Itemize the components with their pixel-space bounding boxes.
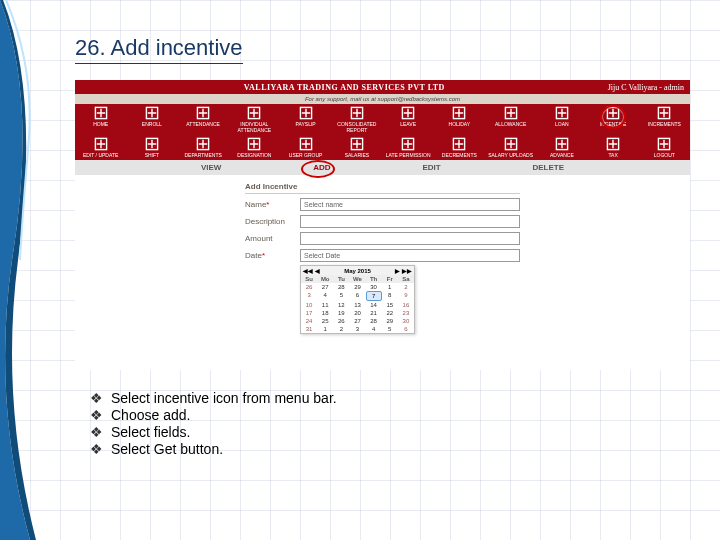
nav-salaries[interactable]: SALARIES — [331, 135, 382, 160]
calendar-day[interactable]: 21 — [366, 309, 382, 317]
calendar-day[interactable]: 10 — [301, 301, 317, 309]
amount-input[interactable] — [300, 232, 520, 245]
calendar-day[interactable]: 7 — [366, 291, 382, 301]
edit-action[interactable]: EDIT — [414, 163, 448, 172]
name-label: Name* — [245, 200, 300, 209]
calendar-day[interactable]: 6 — [349, 291, 365, 301]
nav-label: USER GROUP — [280, 152, 331, 158]
calendar-day[interactable]: 2 — [333, 325, 349, 333]
nav-logout[interactable]: LOGOUT — [639, 135, 690, 160]
calendar-day[interactable]: 1 — [382, 283, 398, 291]
date-picker[interactable]: ◀◀ ◀ May 2015 ▶ ▶▶ SuMoTuWeThFrSa2627282… — [300, 265, 415, 334]
nav-consolidated-report[interactable]: CONSOLIDATED REPORT — [331, 104, 382, 135]
nav-salary-uploads[interactable]: SALARY UPLOADS — [485, 135, 536, 160]
decorative-swoosh — [0, 0, 40, 540]
nav-label: ATTENDANCE — [178, 121, 229, 127]
calendar-day[interactable]: 25 — [317, 317, 333, 325]
nav-designation[interactable]: DESIGNATION — [229, 135, 280, 160]
calendar-day[interactable]: 26 — [301, 283, 317, 291]
cal-prev-icon[interactable]: ◀ — [315, 267, 320, 274]
header-tagline: For any support, mail us at support@redb… — [75, 94, 690, 104]
nav-advance[interactable]: ADVANCE — [536, 135, 587, 160]
nav-decrements[interactable]: DECREMENTS — [434, 135, 485, 160]
calendar-day[interactable]: 12 — [333, 301, 349, 309]
calendar-day[interactable]: 14 — [366, 301, 382, 309]
nav-late-permission[interactable]: LATE PERMISSION — [383, 135, 434, 160]
cal-prev2-icon[interactable]: ◀◀ — [303, 267, 313, 274]
calendar-day[interactable]: 22 — [382, 309, 398, 317]
shift-icon — [126, 137, 177, 151]
calendar-day[interactable]: 18 — [317, 309, 333, 317]
nav-user-group[interactable]: USER GROUP — [280, 135, 331, 160]
calendar-day[interactable]: 31 — [301, 325, 317, 333]
calendar-day[interactable]: 6 — [398, 325, 414, 333]
nav-loan[interactable]: LOAN — [536, 104, 587, 135]
bullet-icon: ❖ — [90, 407, 103, 423]
instruction-text: Select Get button. — [111, 441, 223, 457]
instruction-text: Select fields. — [111, 424, 190, 440]
calendar-day[interactable]: 28 — [333, 283, 349, 291]
calendar-day[interactable]: 4 — [317, 291, 333, 301]
calendar-day[interactable]: 5 — [382, 325, 398, 333]
nav-label: CONSOLIDATED REPORT — [331, 121, 382, 133]
nav-attendance[interactable]: ATTENDANCE — [178, 104, 229, 135]
nav-increments[interactable]: INCREMENTS — [639, 104, 690, 135]
calendar-day[interactable]: 27 — [317, 283, 333, 291]
nav-payslip[interactable]: PAYSLIP — [280, 104, 331, 135]
nav-leave[interactable]: LEAVE — [383, 104, 434, 135]
calendar-day[interactable]: 15 — [382, 301, 398, 309]
nav-individual-attendance[interactable]: INDIVIDUAL ATTENDANCE — [229, 104, 280, 135]
delete-action[interactable]: DELETE — [524, 163, 572, 172]
nav-edit-update[interactable]: EDIT / UPDATE — [75, 135, 126, 160]
view-action[interactable]: VIEW — [193, 163, 229, 172]
instruction-text: Choose add. — [111, 407, 190, 423]
nav-label: SALARY UPLOADS — [485, 152, 536, 158]
report-icon — [331, 106, 382, 120]
incentive-icon — [588, 106, 639, 120]
description-input[interactable] — [300, 215, 520, 228]
calendar-day[interactable]: 20 — [349, 309, 365, 317]
calendar-day[interactable]: 30 — [366, 283, 382, 291]
calendar-day[interactable]: 19 — [333, 309, 349, 317]
calendar-day[interactable]: 1 — [317, 325, 333, 333]
calendar-day[interactable]: 13 — [349, 301, 365, 309]
nav-enroll[interactable]: ENROLL — [126, 104, 177, 135]
calendar-day[interactable]: 9 — [398, 291, 414, 301]
calendar-day[interactable]: 4 — [366, 325, 382, 333]
loan-icon — [536, 106, 587, 120]
calendar-day[interactable]: 30 — [398, 317, 414, 325]
calendar-day[interactable]: 3 — [349, 325, 365, 333]
calendar-day[interactable]: 8 — [382, 291, 398, 301]
nav-shift[interactable]: SHIFT — [126, 135, 177, 160]
cal-next-icon[interactable]: ▶ — [395, 267, 400, 274]
calendar-day[interactable]: 16 — [398, 301, 414, 309]
date-input[interactable]: Select Date — [300, 249, 520, 262]
nav-holiday[interactable]: HOLIDAY — [434, 104, 485, 135]
nav-allowance[interactable]: ALLOWANCE — [485, 104, 536, 135]
nav-label: LOGOUT — [639, 152, 690, 158]
calendar-day[interactable]: 11 — [317, 301, 333, 309]
calendar-day[interactable]: 23 — [398, 309, 414, 317]
calendar-day[interactable]: 29 — [349, 283, 365, 291]
salaries-icon — [331, 137, 382, 151]
calendar-day[interactable]: 24 — [301, 317, 317, 325]
calendar-day[interactable]: 2 — [398, 283, 414, 291]
nav-incentive[interactable]: INCENTIVE — [588, 104, 639, 135]
nav-home[interactable]: HOME — [75, 104, 126, 135]
calendar-day[interactable]: 27 — [349, 317, 365, 325]
nav-tax[interactable]: TAX — [588, 135, 639, 160]
calendar-day[interactable]: 17 — [301, 309, 317, 317]
calendar-day[interactable]: 29 — [382, 317, 398, 325]
nav-departments[interactable]: DEPARTMENTS — [178, 135, 229, 160]
add-action[interactable]: ADD — [305, 163, 338, 172]
calendar-day[interactable]: 5 — [333, 291, 349, 301]
cal-next2-icon[interactable]: ▶▶ — [402, 267, 412, 274]
instruction-text: Select incentive icon from menu bar. — [111, 390, 337, 406]
app-screenshot: VALLIYARA TRADING AND SERVICES PVT LTD J… — [75, 80, 690, 370]
calendar-day[interactable]: 26 — [333, 317, 349, 325]
calendar-dow: Su — [301, 275, 317, 283]
calendar-day[interactable]: 28 — [366, 317, 382, 325]
calendar-day[interactable]: 3 — [301, 291, 317, 301]
advance-icon — [536, 137, 587, 151]
name-select[interactable]: Select name — [300, 198, 520, 211]
